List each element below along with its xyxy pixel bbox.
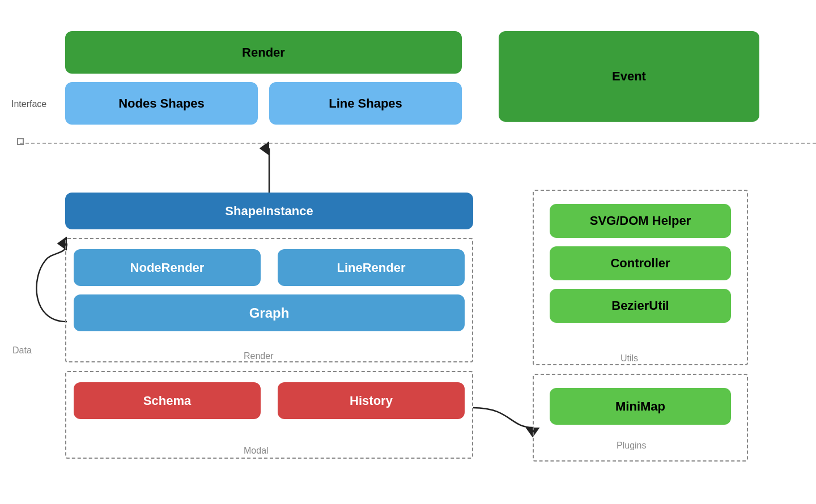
minimap-box: MiniMap <box>550 388 731 425</box>
diagram-container: Interface Render Event Nodes Shapes Line… <box>0 0 816 504</box>
modal-label: Modal <box>244 446 269 456</box>
controller-box: Controller <box>550 246 731 280</box>
separator-square <box>17 138 24 145</box>
graph-box: Graph <box>74 294 465 331</box>
data-label: Data <box>12 345 32 356</box>
node-render-box: NodeRender <box>74 249 261 286</box>
line-render-box: LineRender <box>278 249 465 286</box>
utils-label: Utils <box>620 353 638 364</box>
shape-instance-box: ShapeInstance <box>65 193 473 229</box>
event-box: Event <box>499 31 759 122</box>
svg-dom-helper-box: SVG/DOM Helper <box>550 204 731 238</box>
interface-label: Interface <box>11 99 46 109</box>
render-inside-label: Render <box>244 351 273 361</box>
plugins-label: Plugins <box>617 441 646 451</box>
line-shapes-box: Line Shapes <box>269 82 462 125</box>
schema-box: Schema <box>74 382 261 419</box>
bezier-util-box: BezierUtil <box>550 289 731 323</box>
nodes-shapes-box: Nodes Shapes <box>65 82 258 125</box>
separator-line <box>20 143 816 144</box>
history-box: History <box>278 382 465 419</box>
render-box: Render <box>65 31 462 74</box>
